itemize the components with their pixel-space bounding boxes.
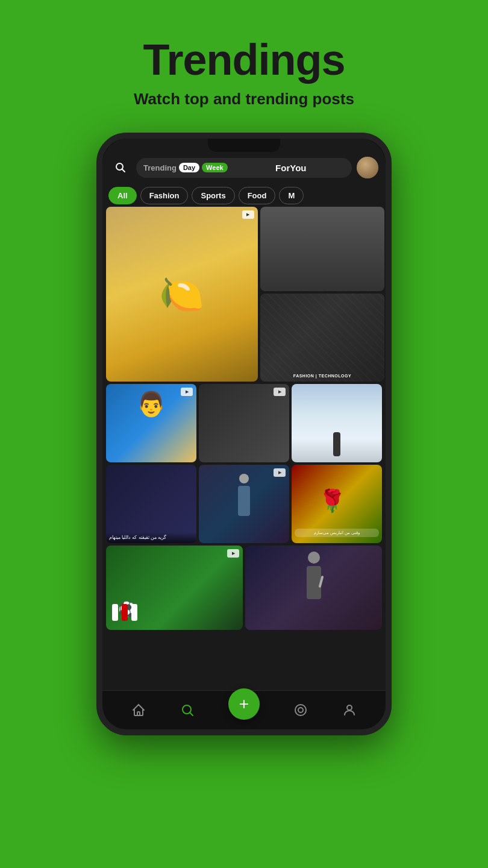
fashion-tech-text: FASHION | TECHNOLOGY [264, 374, 381, 378]
phone-notch [208, 139, 280, 152]
avatar-button[interactable] [357, 157, 378, 178]
speech-bubble: وقتی من اتباریس می‌سازم [295, 529, 379, 537]
card-car[interactable]: FASHION | TECHNOLOGY [260, 294, 384, 382]
svg-point-5 [298, 708, 303, 712]
category-all[interactable]: All [108, 187, 137, 204]
page-title: Trendings [134, 36, 354, 84]
home-nav-item[interactable] [131, 703, 146, 717]
card-person-food[interactable] [106, 384, 196, 462]
category-more[interactable]: M [279, 187, 304, 204]
card-snow[interactable] [292, 384, 382, 462]
category-tabs: All Fashion Sports Food M [102, 184, 386, 207]
card-singer[interactable] [245, 546, 382, 630]
profile-nav-item[interactable] [342, 703, 357, 717]
week-badge[interactable]: Week [202, 163, 228, 172]
day-badge[interactable]: Day [179, 163, 199, 172]
svg-line-3 [190, 713, 193, 716]
svg-point-6 [347, 705, 352, 710]
nav-tabs: Trending Day Week ForYou [136, 158, 352, 178]
video-icon-3 [274, 468, 286, 477]
card-lemon[interactable] [106, 207, 258, 382]
row-3 [106, 546, 382, 630]
card-dark[interactable] [260, 207, 384, 291]
category-food[interactable]: Food [239, 187, 276, 204]
trending-label: Trending [143, 163, 177, 172]
svg-line-1 [122, 169, 125, 172]
phone-mockup: Trending Day Week ForYou All Fashion Spo… [96, 133, 392, 735]
right-stack: FASHION | TECHNOLOGY [260, 207, 384, 382]
search-nav-item[interactable] [180, 703, 195, 717]
video-indicator [242, 210, 254, 219]
trending-tab[interactable]: Trending Day Week [140, 160, 231, 175]
card-performer[interactable] [199, 465, 289, 543]
video-icon-2 [274, 388, 286, 396]
video-icon-1 [181, 388, 193, 396]
chat-nav-item[interactable] [293, 703, 308, 717]
row-2: گریه من ثقیقته که داللیا میتهام وقتی من … [106, 465, 382, 543]
foryou-tab[interactable]: ForYou [234, 160, 348, 175]
page-header: Trendings Watch top and trending posts [134, 36, 354, 108]
video-icon-4 [227, 549, 239, 558]
add-button[interactable]: + [228, 688, 260, 720]
rows-section: گریه من ثقیقته که داللیا میتهام وقتی من … [102, 384, 386, 690]
page-subtitle: Watch top and trending posts [134, 90, 354, 108]
card-musicians[interactable] [199, 384, 289, 462]
svg-point-4 [295, 705, 306, 715]
category-sports[interactable]: Sports [192, 187, 234, 204]
avatar-image [357, 157, 378, 178]
phone-screen: Trending Day Week ForYou All Fashion Spo… [102, 139, 386, 729]
card-soccer[interactable] [106, 546, 243, 630]
content-area: FASHION | TECHNOLOGY [102, 207, 386, 690]
search-button[interactable] [110, 157, 131, 178]
card-flowers[interactable]: وقتی من اتباریس می‌سازم [292, 465, 382, 543]
card-text-video[interactable]: گریه من ثقیقته که داللیا میتهام [106, 465, 196, 543]
card-text-1: گریه من ثقیقته که داللیا میتهام [106, 532, 196, 543]
category-fashion[interactable]: Fashion [140, 187, 189, 204]
featured-row: FASHION | TECHNOLOGY [102, 207, 386, 382]
row-1 [106, 384, 382, 462]
bottom-nav: + [102, 690, 386, 729]
